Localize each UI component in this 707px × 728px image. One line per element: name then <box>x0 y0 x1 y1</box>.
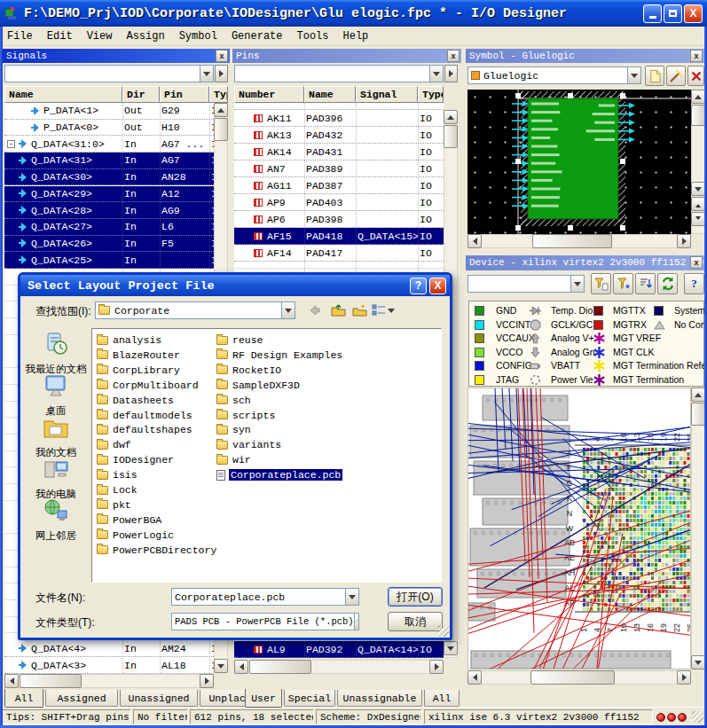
folder-item[interactable]: SampleDXF3D <box>216 379 300 392</box>
dialog-resize-grip[interactable] <box>437 625 449 637</box>
close-button[interactable]: X <box>684 4 703 23</box>
folder-item[interactable]: Lock <box>97 483 137 497</box>
folder-item[interactable]: Datasheets <box>97 394 174 407</box>
menu-item-symbol[interactable]: Symbol <box>172 27 224 45</box>
folder-item[interactable]: CorpLibrary <box>97 364 180 377</box>
file-name-dropdown[interactable] <box>345 589 358 605</box>
folder-item[interactable]: isis <box>97 468 137 481</box>
look-in-dropdown[interactable] <box>281 302 295 318</box>
pin-row[interactable]: AF15PAD418Q_DATA<15>IO <box>234 228 444 245</box>
pins-combo-expand-button[interactable] <box>444 65 458 82</box>
menu-item-edit[interactable]: Edit <box>40 27 80 45</box>
menu-item-view[interactable]: View <box>80 27 120 45</box>
pins-hscroll-thumb[interactable] <box>249 660 311 674</box>
place-item[interactable]: 桌面 <box>23 372 89 418</box>
signal-row[interactable]: Q_DATA<29>InA12IO <box>4 186 214 203</box>
dialog-close-button[interactable]: X <box>429 278 446 294</box>
signals-combo-expand-button[interactable] <box>215 65 228 82</box>
tab-assigned[interactable]: Assigned <box>45 690 118 707</box>
symbol-wizard-button[interactable] <box>666 66 686 86</box>
symbol-vscroll-thumb[interactable] <box>691 105 705 126</box>
menu-item-assign[interactable]: Assign <box>119 27 171 45</box>
pins-title-close-icon[interactable]: x <box>447 50 460 62</box>
pins-combo-dropdown[interactable] <box>429 66 443 82</box>
file-name-combo[interactable]: Corporateplace.pcb <box>171 588 359 606</box>
open-button[interactable]: 打开(O) <box>388 587 443 607</box>
view-menu-button[interactable] <box>371 301 396 319</box>
bga-device-view[interactable]: 114477101013131616191922222525AEGKNWABAE… <box>467 387 691 669</box>
signal-row[interactable]: -Q_DATA<31:0>InAG7 ...IO <box>4 136 214 153</box>
file-type-dropdown[interactable] <box>354 614 359 630</box>
folder-item[interactable]: defaultshapes <box>97 423 192 436</box>
symbol-scroll-down[interactable] <box>691 182 705 196</box>
device-scroll-left[interactable] <box>467 670 482 685</box>
column-header-name[interactable]: Name <box>304 86 356 103</box>
menu-item-file[interactable]: File <box>0 27 40 45</box>
folder-item[interactable]: wir <box>216 453 251 466</box>
symbol-close-icon[interactable]: x <box>690 50 703 62</box>
column-header-signal[interactable]: Signal <box>356 86 418 103</box>
signals-hscroll-left[interactable] <box>4 674 19 688</box>
file-list[interactable]: analysisBlazeRouterCorpLibraryCorpMultib… <box>91 328 442 583</box>
look-in-combo[interactable]: Corporate <box>95 301 295 319</box>
tab-all[interactable]: All <box>4 689 43 708</box>
pins-scroll-down[interactable] <box>444 641 458 655</box>
pin-row[interactable]: AK13PAD432IO <box>234 127 444 144</box>
pins-scroll-up[interactable] <box>444 110 458 124</box>
device-scroll-up[interactable] <box>691 387 705 402</box>
folder-item[interactable]: reuse <box>216 333 263 347</box>
signals-hscroll-thumb[interactable] <box>20 674 82 688</box>
folder-item[interactable]: dwf <box>97 438 131 451</box>
pin-row[interactable]: AP6PAD398IO <box>234 211 444 228</box>
tab-special[interactable]: Special <box>284 690 335 707</box>
file-type-combo[interactable]: PADS PCB - PowerPCB File (*.pcb) <box>171 613 359 630</box>
filter-small-button[interactable] <box>613 273 633 294</box>
pins-hscroll-left[interactable] <box>234 660 248 674</box>
symbol-scroll-left[interactable] <box>467 234 482 248</box>
menu-item-generate[interactable]: Generate <box>224 27 290 45</box>
pins-combo[interactable] <box>234 65 444 82</box>
folder-item[interactable]: RocketIO <box>216 364 281 377</box>
selected-file-item[interactable]: Corporateplace.pcb <box>216 468 342 481</box>
refresh-button[interactable] <box>657 273 678 294</box>
device-scroll-down[interactable] <box>691 655 705 669</box>
folder-item[interactable]: CorpMultiboard <box>97 379 199 392</box>
dialog-help-button[interactable]: ? <box>410 278 427 294</box>
symbol-zoom-out-button[interactable] <box>691 212 705 226</box>
device-scroll-right[interactable] <box>677 670 691 685</box>
new-folder-button[interactable] <box>350 301 369 319</box>
delete-symbol-button[interactable] <box>687 66 704 86</box>
column-header-type[interactable]: Type <box>209 86 228 103</box>
signals-combo[interactable] <box>4 65 214 82</box>
pin-row[interactable]: AG11PAD387IO <box>234 177 444 194</box>
window-resize-grip[interactable] <box>692 711 703 723</box>
device-filter-combo[interactable] <box>467 275 585 293</box>
folder-item[interactable]: variants <box>216 438 281 451</box>
new-symbol-button[interactable] <box>645 66 664 86</box>
pin-row[interactable]: AL9PAD392Q_DATA<14>IO <box>234 641 444 658</box>
help-button[interactable]: ? <box>684 273 704 294</box>
column-header-number[interactable]: Number <box>234 86 304 103</box>
device-hscroll-thumb[interactable] <box>530 670 615 685</box>
tab-unassignable[interactable]: Unassignable <box>337 690 422 707</box>
folder-item[interactable]: scripts <box>216 409 275 422</box>
device-close-icon[interactable]: x <box>690 256 703 269</box>
sort-button[interactable] <box>635 273 656 294</box>
pin-row[interactable]: AK11PAD396IO <box>234 110 444 127</box>
column-header-type[interactable]: Type <box>418 86 444 103</box>
up-one-level-button[interactable] <box>328 301 348 319</box>
signal-row[interactable]: P_DATA<1>OutG29IO <box>4 103 214 120</box>
signals-title-close-icon[interactable]: x <box>216 50 228 62</box>
signal-row[interactable]: Q_DATA<30>InAN28IO <box>4 169 214 186</box>
menu-item-help[interactable]: Help <box>336 27 376 45</box>
maximize-button[interactable] <box>664 4 682 23</box>
folder-item[interactable]: PowerLogic <box>97 528 174 542</box>
pin-row[interactable]: AF14PAD417IO <box>234 245 444 262</box>
pins-vscroll-thumb[interactable] <box>444 125 458 148</box>
signals-vscroll-up[interactable] <box>214 103 228 117</box>
signal-row[interactable]: P_DATA<0>OutH10IO <box>4 120 214 137</box>
signal-row[interactable]: Q_DATA<31>InAG7IO <box>4 153 214 169</box>
folder-item[interactable]: defaultmodels <box>97 409 192 422</box>
device-combo-dropdown[interactable] <box>570 276 584 292</box>
tab-user[interactable]: User <box>245 689 282 708</box>
